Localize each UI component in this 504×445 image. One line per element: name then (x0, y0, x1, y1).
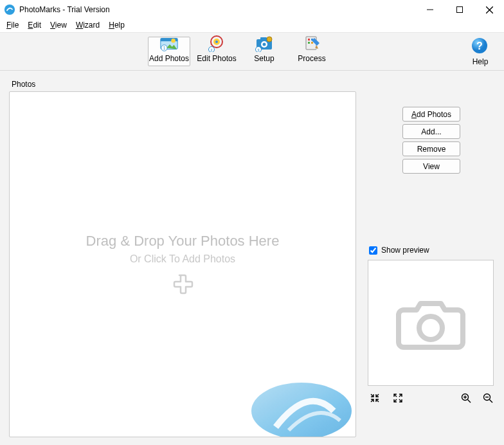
content-area: Photos Drag & Drop Your Photos Here Or C… (0, 71, 504, 445)
toolbar-edit-photos-label: Edit Photos (197, 54, 236, 63)
preview-controls (368, 392, 495, 404)
watermark-logo (237, 366, 353, 437)
svg-line-32 (468, 400, 471, 403)
zoom-out-icon[interactable] (482, 392, 494, 404)
show-preview-label: Show preview (381, 246, 429, 255)
photo-dropzone[interactable]: Drag & Drop Your Photos Here Or Click To… (9, 91, 356, 437)
preview-box (368, 260, 494, 386)
side-view-button[interactable]: View (402, 159, 460, 174)
toolbar-help[interactable]: ? Help (464, 37, 496, 66)
svg-line-36 (490, 400, 493, 403)
svg-point-0 (4, 5, 15, 15)
add-photos-icon: 1 (159, 34, 179, 52)
window-title: PhotoMarks - Trial Version (19, 5, 415, 14)
process-icon (302, 34, 322, 52)
side-panel: Add Photos Add... Remove View Show previ… (368, 91, 495, 437)
show-preview-checkbox[interactable] (369, 246, 377, 255)
svg-rect-2 (457, 7, 463, 13)
toolbar-process[interactable]: Process (291, 37, 333, 66)
side-remove-button[interactable]: Remove (402, 141, 460, 156)
plus-icon (172, 274, 194, 296)
window-controls (415, 0, 504, 19)
help-icon: ? (471, 37, 489, 55)
close-button[interactable] (474, 0, 504, 19)
svg-point-18 (263, 43, 266, 46)
menu-file[interactable]: File (3, 20, 22, 30)
side-add-photos-button[interactable]: Add Photos (402, 107, 460, 122)
svg-point-29 (251, 383, 352, 437)
toolbar-help-label: Help (473, 57, 489, 66)
titlebar: PhotoMarks - Trial Version (0, 0, 504, 19)
svg-rect-23 (308, 39, 310, 41)
dropzone-title: Drag & Drop Your Photos Here (86, 233, 280, 250)
menu-wizard[interactable]: Wizard (72, 20, 104, 30)
setup-icon: 3 (254, 34, 274, 52)
svg-rect-26 (311, 42, 313, 44)
expand-icon[interactable] (392, 392, 404, 404)
svg-point-12 (215, 41, 218, 43)
svg-rect-16 (260, 37, 267, 41)
menubar: File Edit View Wizard Help (0, 19, 504, 32)
toolbar-process-label: Process (298, 54, 325, 63)
dropzone-subtitle: Or Click To Add Photos (130, 253, 235, 265)
photos-section-label: Photos (12, 80, 495, 89)
toolbar: 1 Add Photos 2 Edit Photos (0, 32, 504, 71)
toolbar-edit-photos[interactable]: 2 Edit Photos (195, 37, 238, 66)
menu-view[interactable]: View (46, 20, 71, 30)
show-preview-row: Show preview (368, 246, 495, 255)
toolbar-add-photos[interactable]: 1 Add Photos (148, 37, 190, 66)
menu-help[interactable]: Help (105, 20, 129, 30)
zoom-in-icon[interactable] (460, 392, 472, 404)
svg-text:?: ? (476, 41, 483, 51)
side-add-button[interactable]: Add... (402, 124, 460, 139)
svg-point-9 (171, 39, 176, 43)
svg-point-19 (267, 37, 272, 42)
toolbar-setup-label: Setup (254, 54, 274, 63)
minimize-button[interactable] (415, 0, 445, 19)
edit-photos-icon: 2 (206, 34, 227, 52)
svg-text:1: 1 (163, 46, 166, 50)
menu-edit[interactable]: Edit (24, 20, 45, 30)
app-icon (4, 4, 15, 15)
toolbar-add-photos-label: Add Photos (149, 54, 189, 63)
collapse-icon[interactable] (369, 392, 381, 404)
toolbar-setup[interactable]: 3 Setup (243, 37, 285, 66)
svg-point-30 (419, 316, 442, 340)
camera-placeholder-icon (392, 291, 469, 355)
maximize-button[interactable] (445, 0, 474, 19)
svg-rect-25 (308, 42, 310, 44)
